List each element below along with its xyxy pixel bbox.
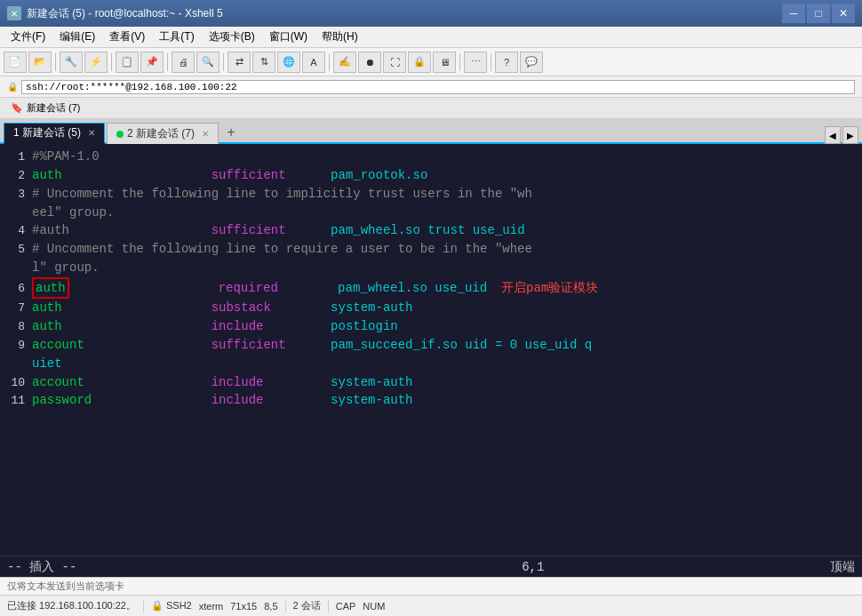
line-11-module: system-auth — [331, 391, 412, 409]
paste-button[interactable]: 📌 — [140, 52, 164, 73]
tab-1-close[interactable]: ✕ — [88, 128, 95, 138]
tab-prev-button[interactable]: ◀ — [825, 126, 841, 144]
menu-window[interactable]: 窗口(W) — [262, 28, 315, 46]
line-5b-content: l" group. — [32, 259, 100, 276]
line-7-module: system-auth — [331, 299, 412, 316]
toolbar-separator-3 — [167, 53, 168, 71]
menu-edit[interactable]: 编辑(E) — [52, 28, 102, 46]
line-6-annotation: 开启pam验证模块 — [501, 279, 598, 297]
disconnect-button[interactable]: ⚡ — [84, 52, 108, 73]
new-session-button[interactable]: 📄 — [4, 52, 27, 73]
help-button[interactable]: ? — [495, 52, 518, 73]
terminal-line-7: 7 auth substack system-auth — [7, 299, 855, 317]
rec-button[interactable]: ⏺ — [358, 52, 381, 73]
line-9-account: account — [32, 336, 84, 354]
add-tab-button[interactable]: + — [220, 123, 242, 144]
toolbar-separator-5 — [329, 53, 330, 71]
col-info: 8,5 — [264, 601, 277, 612]
fullscreen-button[interactable]: ⛶ — [383, 52, 406, 73]
toolbar-separator-2 — [111, 53, 112, 71]
transfer-button[interactable]: ⇄ — [227, 52, 251, 73]
line-num-10: 10 — [7, 375, 25, 392]
tab-2-close[interactable]: ✕ — [202, 129, 209, 139]
tab-1-label: 1 新建会话 (5) — [13, 125, 81, 140]
lock-icon: 🔒 — [7, 82, 18, 92]
line-6-auth-boxed: auth — [32, 277, 69, 299]
menu-file[interactable]: 文件(F) — [4, 28, 52, 46]
line-3b-content: eel" group. — [32, 204, 114, 221]
menu-help[interactable]: 帮助(H) — [315, 28, 365, 46]
terminal-line-3b: eel" group. — [7, 204, 855, 222]
menu-tools[interactable]: 工具(T) — [152, 28, 201, 46]
address-input[interactable] — [21, 80, 855, 94]
globe-button[interactable]: 🌐 — [277, 52, 300, 73]
vim-status-bar: -- 插入 -- 6,1 顶端 — [0, 556, 862, 577]
window-controls: ─ □ ✕ — [782, 4, 855, 23]
print-button[interactable]: 🖨 — [172, 52, 195, 73]
bookmark-icon: 🔖 — [11, 102, 23, 114]
minimize-button[interactable]: ─ — [782, 4, 805, 23]
close-button[interactable]: ✕ — [832, 4, 855, 23]
line-9-module: pam_succeed_if.so uid = 0 use_uid q — [331, 336, 592, 354]
properties-button[interactable]: 🔧 — [60, 52, 83, 73]
protocol-info: 🔒 SSH2 — [151, 600, 192, 612]
line-num-7: 7 — [7, 300, 25, 317]
num-indicator: NUM — [363, 601, 385, 612]
window-title: 新建会话 (5) - root@localhost:~ - Xshell 5 — [27, 6, 223, 21]
line-num-3: 3 — [7, 187, 25, 204]
status-sep-2 — [285, 600, 286, 612]
toolbar: 📄 📂 🔧 ⚡ 📋 📌 🖨 🔍 ⇄ ⇅ 🌐 A ✍ ⏺ ⛶ 🔒 🖥 ⋯ ? 💬 — [0, 48, 862, 76]
line-10-module: system-auth — [331, 373, 412, 391]
vim-scroll: 顶端 — [597, 559, 855, 575]
line-num-6: 6 — [7, 281, 25, 298]
menu-bar: 文件(F) 编辑(E) 查看(V) 工具(T) 选项卡(B) 窗口(W) 帮助(… — [0, 27, 862, 48]
line-11-password: password — [32, 391, 92, 409]
line-2-module: pam_rootok.so — [331, 166, 427, 184]
maximize-button[interactable]: □ — [807, 4, 830, 23]
tab-next-button[interactable]: ▶ — [842, 126, 858, 144]
line-10-account: account — [32, 373, 84, 391]
sessions-info: 2 会话 — [293, 599, 321, 612]
status-bar: 已连接 192.168.100.100:22。 🔒 SSH2 xterm 71x… — [0, 595, 862, 616]
tab-2-label: 2 新建会话 (7) — [127, 126, 195, 141]
tab-2-dot — [116, 131, 124, 138]
copy-button[interactable]: 📋 — [116, 52, 139, 73]
line-8-include: include — [212, 317, 264, 335]
toolbar-dots[interactable]: ⋯ — [464, 52, 487, 73]
find-button[interactable]: 🔍 — [196, 52, 219, 73]
open-button[interactable]: 📂 — [28, 52, 52, 73]
line-9b-content: uiet — [32, 355, 62, 372]
tab-2[interactable]: 2 新建会话 (7) ✕ — [107, 123, 219, 144]
terminal[interactable]: 1 #%PAM-1.0 2 auth sufficient pam_rootok… — [0, 144, 862, 556]
sftp-button[interactable]: ⇅ — [252, 52, 275, 73]
menu-tabs[interactable]: 选项卡(B) — [202, 28, 262, 46]
font-button[interactable]: A — [302, 52, 325, 73]
lock-button[interactable]: 🔒 — [408, 52, 431, 73]
vim-mode: -- 插入 -- — [7, 559, 265, 575]
terminal-line-2: 2 auth sufficient pam_rootok.so — [7, 166, 855, 185]
size-info: 71x15 — [230, 601, 257, 612]
terminal-line-5: 5 # Uncomment the following line to requ… — [7, 240, 855, 259]
script-button[interactable]: ✍ — [333, 52, 356, 73]
tab-1[interactable]: 1 新建会话 (5) ✕ — [4, 123, 105, 144]
line-2-auth: auth — [32, 166, 62, 184]
monitor-button[interactable]: 🖥 — [433, 52, 456, 73]
chat-button[interactable]: 💬 — [520, 52, 543, 73]
line-10-include: include — [212, 373, 264, 391]
line-4-auth: #auth — [32, 221, 69, 239]
connection-status: 已连接 192.168.100.100:22。 — [7, 599, 136, 612]
terminal-line-3: 3 # Uncomment the following line to impl… — [7, 185, 855, 204]
line-content-1: #%PAM-1.0 — [32, 148, 100, 165]
session-area: 🔖 新建会话 (7) — [0, 98, 862, 119]
menu-view[interactable]: 查看(V) — [102, 28, 152, 46]
line-num-5: 5 — [7, 242, 25, 259]
toolbar-separator-4 — [223, 53, 224, 71]
terminal-line-11: 11 password include system-auth — [7, 391, 855, 410]
line-num-1: 1 — [7, 149, 25, 166]
session-label: 新建会话 (7) — [27, 101, 81, 115]
term-info: xterm — [199, 601, 224, 612]
terminal-line-9b: uiet — [7, 355, 855, 373]
session-bookmark[interactable]: 🔖 新建会话 (7) — [4, 100, 88, 116]
line-9-sufficient: sufficient — [212, 336, 286, 354]
line-2-sufficient: sufficient — [212, 166, 286, 184]
